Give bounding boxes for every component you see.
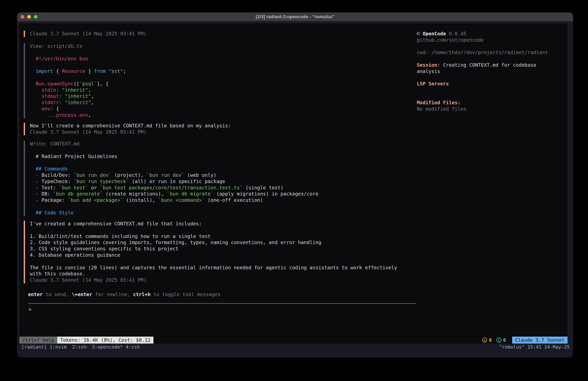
terminal-line — [30, 147, 318, 153]
terminal-line: # Radiant Project Guidelines — [30, 153, 318, 160]
text-segment: Claude 3.7 Sonnet (14 May 2025 03:41 PM) — [30, 129, 146, 135]
text-segment: © — [417, 31, 423, 37]
text-segment: from — [94, 68, 105, 74]
text-segment: stdout — [42, 93, 59, 99]
terminal-line: stdout: "inherit", — [30, 93, 126, 99]
opencode-screen: Claude 3.7 Sonnet (14 May 2025 03:41 PM)… — [19, 23, 567, 344]
terminal-window: [2/3] radiant:3:opencode - "romulus" Cla… — [17, 12, 573, 358]
text-segment: - — [36, 197, 39, 203]
text-segment: env — [42, 106, 50, 112]
text-segment: - — [36, 191, 39, 197]
text-segment: , — [88, 87, 91, 93]
text-segment: TypeCheck: — [39, 179, 74, 184]
terminal-line: ...process.env, — [30, 112, 126, 118]
info-icon: i — [496, 337, 501, 343]
text-segment: The file is concise (20 lines) and captu… — [30, 265, 397, 270]
diagnostics: w0i0h0 — [482, 337, 506, 343]
text-segment — [30, 81, 36, 87]
text-segment: `bun test packages/core/test/transaction… — [100, 185, 243, 190]
text-segment: 4. Database operations guidance — [30, 252, 120, 258]
terminal-line: Claude 3.7 Sonnet (14 May 2025 03:41 PM) — [30, 31, 146, 37]
text-segment: "sst" — [109, 68, 123, 74]
text-segment: 1. Build/lint/test commands including ho… — [30, 233, 210, 239]
help-badge[interactable]: ctrl+? help — [19, 336, 57, 344]
warn-diagnostic-count: w0 — [482, 337, 492, 343]
text-segment — [30, 191, 36, 197]
text-segment: `bun run dev` — [147, 172, 185, 178]
terminal-line: LSP Servers — [417, 81, 567, 87]
close-button[interactable] — [21, 15, 24, 19]
text-segment: (project), — [111, 172, 147, 178]
text-segment: } — [85, 68, 94, 74]
text-segment: enter — [28, 291, 42, 297]
tmux-host-time: "romulus" 15:41 14-May-25 — [499, 344, 570, 350]
keybinding-hint: enter to send, \+enter for newline, ctrl… — [28, 291, 220, 298]
tmux-status-bar: [radiant] 1:nvim 2:zsh- 3:opencode* 4:zs… — [19, 344, 571, 350]
model-badge[interactable]: Claude 3.7 Sonnet — [512, 336, 567, 344]
text-segment: stderr — [42, 100, 59, 105]
terminal-line: analysis — [417, 68, 567, 75]
text-segment: (single test) — [243, 185, 284, 190]
maximize-button[interactable] — [34, 15, 38, 19]
text-segment: I've created a comprehensive CONTEXT.md … — [30, 221, 202, 226]
diagnostic-count-value: 0 — [489, 337, 492, 343]
text-segment — [62, 93, 65, 99]
info-diagnostic-count: i0 — [496, 337, 506, 343]
text-segment: \+enter — [72, 291, 92, 297]
text-segment: `bun add <package>` — [68, 197, 123, 203]
status-bar: ctrl+? help Tokens: 16.4K (8%), Cost: $0… — [19, 336, 567, 344]
text-segment — [30, 179, 36, 184]
text-segment — [106, 68, 109, 74]
text-segment: import — [36, 68, 53, 74]
text-segment — [30, 185, 36, 190]
text-segment — [30, 56, 36, 62]
text-segment: Write: CONTEXT.md — [30, 141, 79, 147]
text-segment: : — [50, 106, 53, 112]
text-segment — [30, 93, 42, 99]
terminal-line — [30, 227, 397, 233]
terminal-line: I've created a comprehensive CONTEXT.md … — [30, 221, 397, 227]
assistant-message-block: Claude 3.7 Sonnet (14 May 2025 03:41 PM) — [24, 31, 146, 37]
text-segment: Bun.spawnSync — [36, 81, 74, 87]
text-segment: ([ — [74, 81, 79, 87]
text-segment: { — [53, 106, 59, 112]
text-segment: "inherit" — [65, 93, 91, 99]
text-segment: `psql` — [79, 81, 97, 87]
text-segment: cwd: /home/thdxr/dev/projects/radiant/ra… — [417, 49, 548, 55]
text-segment: View: script/db.ts — [30, 43, 82, 49]
terminal-line: Claude 3.7 Sonnet (14 May 2025 03:41 PM) — [30, 277, 397, 283]
text-segment: : — [59, 100, 62, 105]
text-segment: github.com/sst/opencode — [417, 37, 484, 43]
terminal-line: - Test: `bun test` or `bun test packages… — [30, 185, 318, 191]
text-segment: : Creating CONTEXT.md for codebase — [437, 62, 536, 68]
status-right: w0i0h0 Claude 3.7 Sonnet — [482, 336, 567, 344]
text-segment: for newline, — [92, 291, 133, 297]
terminal-line: Claude 3.7 Sonnet (14 May 2025 03:41 PM) — [30, 129, 231, 135]
text-segment: , — [91, 100, 94, 105]
warn-icon: w — [482, 337, 487, 343]
text-segment: DB: — [39, 191, 53, 197]
terminal-line — [417, 56, 567, 62]
text-segment: `bun run dev` — [74, 172, 111, 178]
terminal-line: View: script/db.ts — [30, 43, 126, 49]
titlebar: [2/3] radiant:3:opencode - "romulus" — [17, 12, 573, 21]
text-segment: "inherit" — [65, 100, 91, 105]
terminal-line: Modified Files: — [417, 100, 567, 106]
text-segment: ...process.env — [47, 112, 88, 118]
text-segment: (all) or run in specific package — [129, 179, 225, 184]
text-segment: , — [88, 112, 91, 118]
text-segment: - — [36, 179, 39, 184]
terminal-line — [417, 43, 567, 49]
text-segment: (apply migrations) in packages/core — [213, 191, 318, 197]
terminal-line: - DB: `bun db generate` (create migratio… — [30, 191, 318, 197]
terminal-line: Now I'll create a comprehensive CONTEXT.… — [30, 123, 231, 129]
terminal-line: #!/usr/bin/env bun — [30, 56, 126, 62]
text-segment: # Radiant Project Guidelines — [30, 154, 117, 159]
terminal-line — [30, 258, 397, 265]
text-segment: `bun run typecheck` — [74, 179, 129, 184]
prompt-caret: > — [29, 307, 31, 312]
prompt-input[interactable]: > — [29, 306, 31, 313]
text-segment — [59, 87, 62, 93]
minimize-button[interactable] — [27, 15, 31, 19]
tmux-session-windows[interactable]: [radiant] 1:nvim 2:zsh- 3:opencode* 4:zs… — [21, 344, 140, 350]
